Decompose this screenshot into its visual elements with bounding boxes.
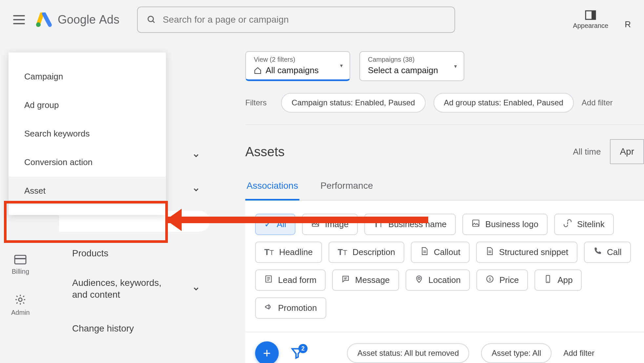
appearance-button[interactable]: Appearance [573,10,608,30]
asset-chip-callout[interactable]: Callout [411,242,470,263]
text-icon: TT [264,247,274,257]
price-icon: $ [486,275,494,286]
popup-item-campaign[interactable]: Campaign [9,62,166,91]
document-icon [485,247,494,258]
topbar: Google Ads Appearance R [0,0,644,39]
google-ads-logo-icon [36,12,52,27]
right-cutoff[interactable]: R [625,19,631,30]
svg-point-7 [19,298,22,302]
text-icon: TT [373,219,383,229]
chevron-down-icon [192,285,200,293]
phone-icon [593,247,602,258]
thin-sidebar: Billing Admin [11,255,30,316]
sidebar-admin[interactable]: Admin [11,294,30,316]
filter-chip-campaign-status[interactable]: Campaign status: Enabled, Paused [281,93,425,113]
asset-chip-location[interactable]: Location [406,269,470,291]
svg-rect-4 [592,11,595,19]
svg-rect-8 [312,220,319,226]
bottom-chip-asset-type[interactable]: Asset type: All [481,343,552,363]
asset-chip-promotion[interactable]: Promotion [255,297,326,319]
asset-chip-lead-form[interactable]: Lead form [255,269,326,291]
chevron-down-icon [192,152,200,160]
appearance-icon [585,10,596,20]
message-icon [341,275,350,286]
filter-chip-adgroup-status[interactable]: Ad group status: Enabled, Paused [433,93,574,113]
alltime-label: All time [573,147,601,157]
asset-chip-app[interactable]: App [534,269,582,291]
table-toolbar: + 2 Asset status: All but removed Asset … [245,332,644,363]
secnav-audiences[interactable]: Audiences, keywords, and content [59,270,210,308]
searchbar[interactable] [137,7,455,33]
view-selector[interactable]: View (2 filters) All campaigns ▼ [245,51,350,81]
asset-type-panel: ✓All Image TTBusiness name Business logo… [245,201,644,332]
form-icon [264,275,273,286]
popup-item-search-keywords[interactable]: Search keywords [9,119,166,148]
svg-rect-5 [15,255,26,264]
date-range: All time Apr [573,139,644,164]
link-icon [563,219,572,230]
menu-icon[interactable] [13,15,25,24]
home-icon [254,67,262,75]
svg-text:$: $ [489,277,491,282]
secnav-products[interactable]: Products [59,242,210,265]
popup-item-conversion-action[interactable]: Conversion action [9,148,166,177]
megaphone-icon [264,303,273,313]
add-button[interactable]: + [255,341,279,363]
chevron-down-icon [192,186,200,194]
gear-icon [14,294,26,306]
image-icon [472,219,480,230]
triangle-down-icon: ▼ [339,63,344,68]
location-icon [415,275,423,286]
logo[interactable]: Google Ads [36,12,119,27]
asset-chip-business-logo[interactable]: Business logo [462,214,548,235]
add-filter-link-bottom[interactable]: Add filter [563,349,594,358]
text-icon: TT [338,247,347,257]
bottom-chip-asset-status[interactable]: Asset status: All but removed [347,343,469,363]
asset-chip-message[interactable]: Message [332,269,399,291]
create-dropdown-menu: Campaign Ad group Search keywords Conver… [9,53,166,215]
credit-card-icon [14,255,27,265]
document-icon [420,247,429,258]
triangle-down-icon: ▼ [453,64,458,69]
svg-line-2 [153,21,155,23]
filter-funnel-button[interactable]: 2 [291,347,304,360]
asset-chip-all[interactable]: ✓All [255,214,295,235]
asset-chip-headline[interactable]: TTHeadline [255,242,322,263]
secnav-change-history[interactable]: Change history [59,317,210,340]
svg-point-0 [36,22,41,27]
scope-selectors: View (2 filters) All campaigns ▼ Campaig… [245,51,644,81]
tab-associations[interactable]: Associations [245,181,299,201]
check-icon: ✓ [264,219,272,229]
tab-performance[interactable]: Performance [319,181,374,201]
add-filter-link-top[interactable]: Add filter [582,98,613,107]
asset-chip-description[interactable]: TTDescription [329,242,404,263]
svg-point-1 [148,16,153,22]
asset-chip-price[interactable]: $Price [476,269,528,291]
filter-count-badge: 2 [298,344,308,353]
page-title: Assets [245,144,560,159]
svg-point-20 [418,277,420,280]
popup-item-ad-group[interactable]: Ad group [9,91,166,119]
asset-type-chips: ✓All Image TTBusiness name Business logo… [255,214,634,319]
search-icon [147,15,156,24]
asset-chip-business-name[interactable]: TTBusiness name [364,214,456,235]
title-row: Assets All time Apr [245,139,644,164]
popup-item-asset[interactable]: Asset [9,177,166,205]
search-input[interactable] [163,14,445,25]
tabs: Associations Performance [245,181,644,201]
brand-text: Google Ads [58,13,119,27]
asset-chip-structured-snippet[interactable]: Structured snippet [476,242,577,263]
sidebar-billing[interactable]: Billing [12,255,29,275]
top-filters-row: Filters Campaign status: Enabled, Paused… [245,93,644,125]
asset-chip-call[interactable]: Call [584,242,631,263]
asset-chip-sitelink[interactable]: Sitelink [554,214,614,235]
main-content: View (2 filters) All campaigns ▼ Campaig… [245,51,644,363]
top-right-tools: Appearance R [573,10,631,30]
campaign-selector[interactable]: Campaigns (38) Select a campaign ▼ [359,51,464,81]
filters-label: Filters [245,98,267,107]
asset-chip-image[interactable]: Image [302,214,358,235]
chevron-down-icon [192,217,200,225]
image-icon [311,219,320,230]
date-picker[interactable]: Apr [610,139,644,164]
svg-rect-9 [473,220,479,226]
